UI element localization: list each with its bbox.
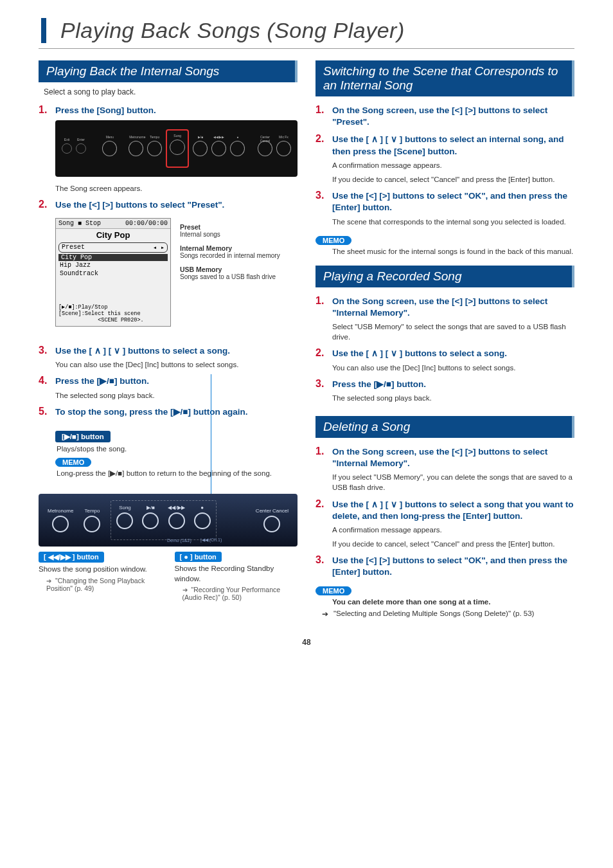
memo-bold: You can delete more than one song at a t… [332, 597, 574, 607]
panel-song-btn: Song [170, 140, 185, 155]
step-3: 3. Use the [ ∧ ] [ ∨ ] buttons to select… [39, 345, 298, 357]
panel-centercancel-btn: Center Cancel [258, 141, 272, 156]
lcd-row-selected: City Pop [58, 254, 168, 261]
rewff-explain: [ ◀◀/▶▶ ] button Shows the song position… [39, 552, 162, 601]
step-1: 1. Press the [Song] button. [39, 104, 298, 116]
step-num: 2. [39, 199, 50, 210]
panel-rewff-btn: ◀◀/▶▶ [211, 141, 226, 156]
step-text: Press the [Song] button. [55, 105, 156, 116]
panel-exit-btn: Exit [62, 143, 72, 154]
memo-badge: MEMO [315, 236, 351, 245]
cross-ref: "Recording Your Performance (Audio Rec)"… [182, 586, 298, 601]
button-strip-image: Metronome Tempo Song ▶/■ ◀◀/▶▶ ● Center … [39, 494, 298, 547]
callout-title: [▶/■] button [55, 431, 111, 442]
step-2: 2. Use the [<] [>] buttons to select "Pr… [39, 199, 298, 211]
lcd-row: Soundtrack [56, 269, 170, 278]
panel-enter-btn: Enter [76, 143, 86, 154]
step-num: 1. [39, 104, 50, 116]
cross-ref: ➔ "Selecting and Deleting Multiple Songs… [322, 610, 574, 619]
section-playing-recorded: Playing a Recorded Song [315, 266, 574, 287]
lcd-status: Song ■ Stop [58, 220, 101, 227]
callout-body: Plays/stops the song. [55, 442, 298, 453]
section-playing-internal: Playing Back the Internal Songs [39, 60, 298, 82]
step-1-sub: The Song screen appears. [55, 183, 298, 194]
lcd-preset-selector: Preset◂ ▸ [58, 242, 168, 253]
song-button-highlight: Song [166, 129, 189, 168]
lcd-row: Hip Jazz [56, 261, 170, 269]
lcd-screenshot: Song ■ Stop 00:00/00:00 City Pop Preset◂… [55, 218, 171, 327]
step-5: 5. To stop the song, press the [▶/■] but… [39, 406, 298, 418]
panel-rec-btn: ● [230, 141, 245, 156]
callout-leader-line [211, 374, 211, 494]
section-deleting-song: Deleting a Song [315, 416, 574, 438]
step-4-sub: The selected song plays back. [55, 390, 298, 401]
memo-badge: MEMO [55, 458, 91, 467]
panel-playstop-btn: ▶/■ [193, 141, 208, 156]
playstop-callout: [▶/■] button Plays/stops the song. MEMO … [55, 431, 298, 478]
lcd-legend: PresetInternal songs Internal MemorySong… [180, 223, 280, 287]
cross-ref: "Changing the Song Playback Position" (p… [46, 577, 162, 592]
panel-menu-btn: Menu [102, 141, 117, 156]
panel-metronome-btn: Metronome [129, 141, 143, 156]
page-title: Playing Back Songs (Song Player) [60, 18, 613, 43]
step-4: 4. Press the [▶/■] button. [39, 375, 298, 387]
intro-text: Select a song to play back. [44, 87, 298, 96]
panel-micfx-btn: Mic Fx [276, 141, 291, 156]
rec-explain: [ ● ] button Shows the Recording Standby… [175, 552, 298, 601]
step-text: Use the [<] [>] buttons to select "Prese… [55, 199, 224, 211]
lcd-song-title: City Pop [56, 229, 170, 241]
lcd-footer: [▶/■]:Play/Stop [Scene]:Select this scen… [56, 302, 170, 327]
panel-tempo-btn: Tempo [147, 141, 162, 156]
step-3-sub: You can also use the [Dec] [Inc] buttons… [55, 359, 298, 370]
page-number: 48 [0, 638, 613, 647]
memo-text: Long-press the [▶/■] button to return to… [57, 468, 298, 478]
memo-badge: MEMO [315, 586, 351, 595]
section-switching-scene: Switching to the Scene that Corresponds … [315, 60, 574, 96]
memo-text: The sheet music for the internal songs i… [332, 246, 574, 257]
lcd-time: 00:00/00:00 [125, 220, 168, 227]
arrow-icon: ➔ [322, 610, 328, 619]
device-panel-image: Exit Enter Menu Metronome Tempo Song ▶/■… [55, 120, 298, 177]
